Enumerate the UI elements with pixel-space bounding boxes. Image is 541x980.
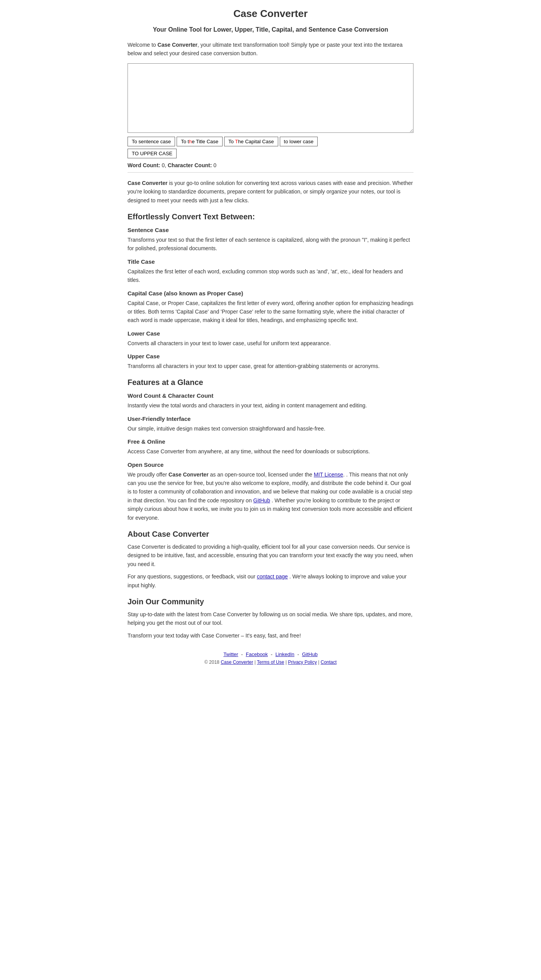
title-case-heading: Title Case: [128, 258, 413, 265]
description-text: is your go-to online solution for conver…: [128, 180, 413, 203]
capital-case-button[interactable]: To The Capital Case: [224, 137, 278, 146]
page-subtitle: Your Online Tool for Lower, Upper, Title…: [128, 25, 413, 34]
about-paragraph-1: Case Converter is dedicated to providing…: [128, 543, 413, 568]
free-online-heading: Free & Online: [128, 438, 413, 445]
github-link[interactable]: GitHub: [253, 497, 270, 504]
text-input[interactable]: [128, 63, 413, 133]
convert-section-heading: Effortlessly Convert Text Between:: [128, 212, 413, 221]
page-title: Case Converter: [128, 8, 413, 20]
footer-separator-1: -: [241, 651, 244, 657]
linkedin-link[interactable]: LinkedIn: [276, 651, 294, 657]
word-count-feature-desc: Instantly view the total words and chara…: [128, 401, 413, 410]
open-source-bold: Case Converter: [168, 471, 209, 478]
char-count-value: 0: [213, 162, 216, 168]
contact-page-link[interactable]: contact page: [257, 573, 288, 580]
word-count-feature-heading: Word Count & Character Count: [128, 392, 413, 399]
capital-case-section: Capital Case (also known as Proper Case)…: [128, 290, 413, 325]
footer-terms-link[interactable]: Terms of Use: [257, 660, 284, 665]
footer-copyright: © 2018 Case Converter | Terms of Use | P…: [128, 660, 413, 665]
title-case-red-letter: h: [189, 139, 192, 144]
open-source-section: Open Source We proudly offer Case Conver…: [128, 461, 413, 522]
user-friendly-section: User-Friendly Interface Our simple, intu…: [128, 415, 413, 433]
open-source-heading: Open Source: [128, 461, 413, 468]
mit-license-link[interactable]: MIT License: [314, 471, 343, 478]
word-count-value: 0: [162, 162, 165, 168]
description-section: Case Converter is your go-to online solu…: [128, 179, 413, 205]
lower-case-button[interactable]: to lower case: [280, 137, 318, 146]
features-heading: Features at a Glance: [128, 378, 413, 387]
free-online-section: Free & Online Access Case Converter from…: [128, 438, 413, 456]
word-count-feature-section: Word Count & Character Count Instantly v…: [128, 392, 413, 410]
intro-bold: Case Converter: [158, 42, 198, 48]
upper-case-button[interactable]: TO UPPER CASE: [128, 149, 177, 158]
title-case-section: Title Case Capitalizes the first letter …: [128, 258, 413, 285]
sentence-case-section: Sentence Case Transforms your text so th…: [128, 227, 413, 253]
free-online-desc: Access Case Converter from anywhere, at …: [128, 447, 413, 456]
about-p2-pre: For any questions, suggestions, or feedb…: [128, 573, 257, 580]
upper-case-button-row: TO UPPER CASE: [128, 149, 413, 158]
facebook-link[interactable]: Facebook: [246, 651, 268, 657]
footer-links: Twitter - Facebook - LinkedIn - GitHub: [128, 651, 413, 657]
github-footer-link[interactable]: GitHub: [302, 651, 317, 657]
description-paragraph: Case Converter is your go-to online solu…: [128, 179, 413, 205]
divider: [128, 172, 413, 173]
upper-case-section: Upper Case Transforms all characters in …: [128, 353, 413, 370]
about-paragraph-2: For any questions, suggestions, or feedb…: [128, 572, 413, 590]
title-case-button[interactable]: To the Title Case: [177, 137, 223, 146]
footer-separator-2: -: [271, 651, 274, 657]
intro-paragraph: Welcome to Case Converter, your ultimate…: [128, 41, 413, 58]
sentence-case-desc: Transforms your text so that the first l…: [128, 236, 413, 253]
word-count-label: Word Count:: [128, 162, 160, 168]
upper-case-heading: Upper Case: [128, 353, 413, 359]
lower-case-desc: Converts all characters in your text to …: [128, 339, 413, 348]
community-heading: Join Our Community: [128, 597, 413, 606]
capital-case-red-letter: T: [235, 139, 238, 144]
user-friendly-desc: Our simple, intuitive design makes text …: [128, 424, 413, 433]
char-count-label: Character Count:: [168, 162, 212, 168]
twitter-link[interactable]: Twitter: [223, 651, 238, 657]
about-heading: About Case Converter: [128, 530, 413, 539]
lower-case-section: Lower Case Converts all characters in yo…: [128, 330, 413, 348]
description-bold: Case Converter: [128, 180, 168, 186]
footer-privacy-link[interactable]: Privacy Policy: [288, 660, 317, 665]
conversion-buttons-row: To sentence case To the Title Case To Th…: [128, 137, 413, 146]
stats-row: Word Count: 0, Character Count: 0: [128, 162, 413, 168]
open-source-desc: We proudly offer Case Converter as an op…: [128, 470, 413, 522]
footer-case-converter-link[interactable]: Case Converter: [221, 660, 253, 665]
sentence-case-button[interactable]: To sentence case: [128, 137, 175, 146]
title-case-desc: Capitalizes the first letter of each wor…: [128, 267, 413, 285]
user-friendly-heading: User-Friendly Interface: [128, 415, 413, 422]
footer-contact-link[interactable]: Contact: [321, 660, 337, 665]
upper-case-desc: Transforms all characters in your text t…: [128, 362, 413, 370]
community-paragraph-2: Transform your text today with Case Conv…: [128, 631, 413, 640]
footer-copy-text: © 2018: [204, 660, 221, 665]
capital-case-heading: Capital Case (also known as Proper Case): [128, 290, 413, 297]
sentence-case-heading: Sentence Case: [128, 227, 413, 233]
footer-separator-3: -: [297, 651, 300, 657]
community-paragraph-1: Stay up-to-date with the latest from Cas…: [128, 610, 413, 627]
capital-case-desc: Capital Case, or Proper Case, capitalize…: [128, 299, 413, 325]
lower-case-heading: Lower Case: [128, 330, 413, 337]
